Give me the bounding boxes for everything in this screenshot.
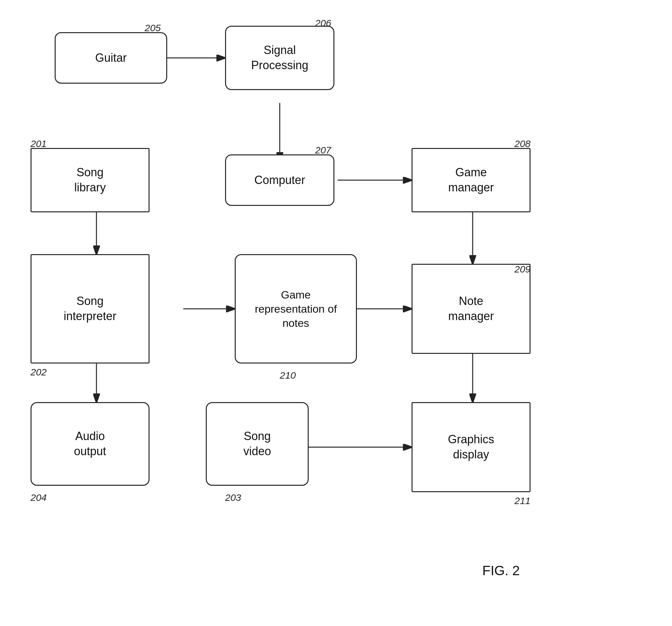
- signal-ref: 206: [315, 18, 331, 29]
- audio-output-box: Audiooutput: [30, 402, 149, 486]
- guitar-ref: 205: [145, 23, 161, 33]
- song-library-box: Songlibrary: [30, 148, 149, 212]
- computer-box: Computer: [225, 155, 334, 206]
- game-repr-box: Gamerepresentation ofnotes: [235, 254, 357, 364]
- song-interpreter-ref: 202: [30, 367, 47, 378]
- note-manager-box: Notemanager: [412, 264, 530, 354]
- graphics-display-ref: 211: [514, 495, 530, 506]
- song-video-box: Songvideo: [206, 402, 309, 486]
- game-manager-box: Gamemanager: [412, 148, 530, 212]
- song-interpreter-box: Songinterpreter: [30, 254, 149, 364]
- graphics-display-box: Graphicsdisplay: [412, 402, 530, 492]
- game-manager-ref: 208: [514, 138, 530, 149]
- note-manager-ref: 209: [514, 264, 530, 275]
- computer-ref: 207: [315, 145, 331, 156]
- song-library-ref: 201: [30, 138, 47, 149]
- song-video-ref: 203: [225, 492, 241, 503]
- signal-processing-box: SignalProcessing: [225, 26, 334, 90]
- diagram: Guitar 205 SignalProcessing 206 Computer…: [0, 0, 672, 626]
- game-repr-ref: 210: [280, 370, 296, 381]
- guitar-box: Guitar: [55, 32, 167, 84]
- audio-output-ref: 204: [30, 492, 47, 503]
- fig-label: FIG. 2: [482, 563, 520, 578]
